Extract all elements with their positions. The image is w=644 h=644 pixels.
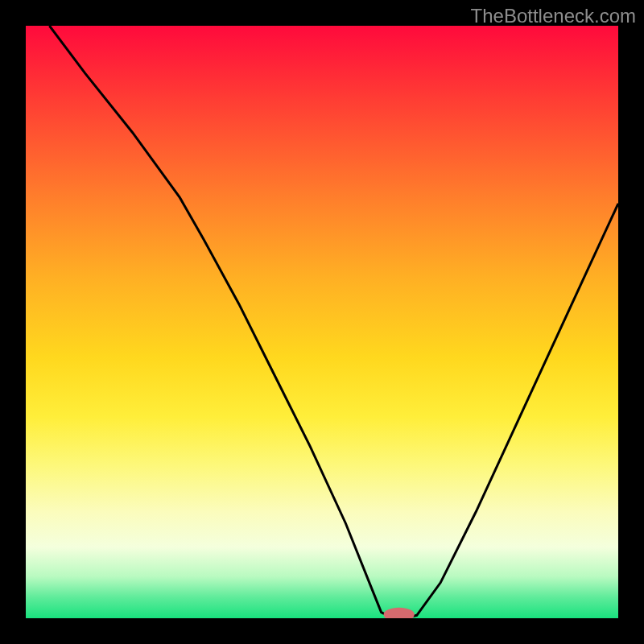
chart-frame: TheBottleneck.com [0, 0, 644, 644]
minimum-marker [384, 608, 415, 618]
plot-area [26, 26, 618, 618]
watermark-text: TheBottleneck.com [471, 5, 636, 27]
bottleneck-curve [49, 26, 618, 618]
curve-svg [26, 26, 618, 618]
